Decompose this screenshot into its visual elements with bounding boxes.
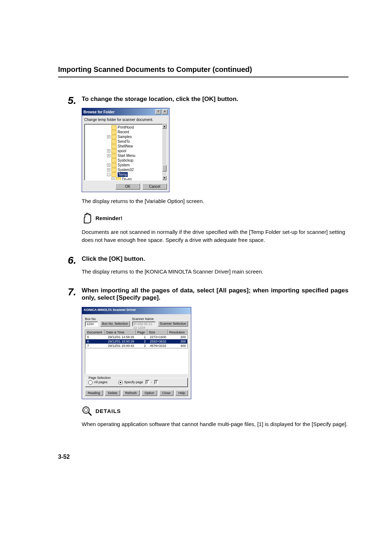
tree-item[interactable]: SendTo xyxy=(85,139,167,144)
tree-item[interactable]: +Start Menu xyxy=(85,153,167,158)
page-header: Importing Scanned Documents to Computer … xyxy=(58,65,348,77)
specify-page-radio[interactable]: Specify page 1- 2 xyxy=(118,380,160,385)
step-number: 7. xyxy=(58,287,82,432)
tree-item-label: spool xyxy=(118,149,126,153)
expand-icon[interactable]: + xyxy=(107,149,110,153)
step-7: 7. When importing all the pages of data,… xyxy=(58,287,348,432)
col-size[interactable]: Size xyxy=(147,330,168,335)
step-text: The display returns to the [KONICA MINOL… xyxy=(82,268,348,276)
expand-icon[interactable]: + xyxy=(107,135,110,138)
collapse-icon[interactable]: - xyxy=(107,173,110,176)
expand-icon[interactable]: + xyxy=(107,163,110,167)
step-title: To change the storage location, click th… xyxy=(82,96,348,103)
tree-item-label: System32 xyxy=(118,167,134,172)
svg-point-0 xyxy=(83,407,89,413)
close-icon[interactable]: × xyxy=(162,109,168,114)
folder-icon xyxy=(111,154,117,158)
folder-icon xyxy=(111,125,117,130)
page-selection-legend: Page Selection xyxy=(87,376,112,380)
scanner-driver-dialog: KONICA MINOLTA Scanner Driver Box No. 12… xyxy=(82,307,191,399)
svg-line-2 xyxy=(89,413,91,416)
tree-item[interactable]: Sysbckup xyxy=(85,158,167,163)
tree-item[interactable]: +System xyxy=(85,163,167,167)
folder-icon xyxy=(111,144,117,149)
tree-item-label: Recent xyxy=(118,130,129,134)
folder-icon xyxy=(111,168,117,172)
col-page[interactable]: Page xyxy=(136,330,147,335)
help-icon[interactable]: ? xyxy=(155,109,161,114)
close-button[interactable]: Close xyxy=(159,390,173,396)
folder-icon xyxy=(111,130,117,134)
dialog-title: KONICA MINOLTA Scanner Driver xyxy=(82,307,191,314)
folder-icon xyxy=(111,139,117,144)
refresh-button[interactable]: Refresh xyxy=(122,390,140,396)
tree-item-label: Sysbckup xyxy=(118,158,133,163)
cancel-button[interactable]: Cancel xyxy=(142,183,167,190)
box-no-input[interactable]: 1234 xyxy=(85,321,98,327)
tree-item-label: ShellNew xyxy=(118,144,133,149)
col-date-time[interactable]: Date & Time xyxy=(105,330,135,335)
option-button[interactable]: Option xyxy=(142,390,157,396)
browse-for-folder-dialog: Browse for Folder ? × Change temp folder… xyxy=(82,108,170,192)
details-label: DETAILS xyxy=(95,408,121,414)
tree-item[interactable]: PrintHood xyxy=(85,125,167,130)
expand-icon[interactable]: + xyxy=(107,168,110,171)
table-row[interactable]: 629/12/01 15:00:2922592×3632200 xyxy=(86,339,188,344)
folder-icon xyxy=(111,158,117,163)
step-5: 5. To change the storage location, click… xyxy=(58,96,348,248)
details-text: When operating application software that… xyxy=(82,420,348,429)
step-6: 6. Click the [OK] button. The display re… xyxy=(58,255,348,280)
scanner-selection-button[interactable]: Scanner Selection xyxy=(158,321,188,327)
tree-item-label: System xyxy=(118,163,130,167)
page-number: 3-52 xyxy=(58,454,348,460)
expand-icon[interactable]: + xyxy=(111,178,115,181)
document-table[interactable]: Document Date & Time Page Size Resolutio… xyxy=(85,329,188,374)
reminder-label: Reminder! xyxy=(95,215,122,221)
ok-button[interactable]: OK xyxy=(115,183,140,190)
dialog-title: Browse for Folder xyxy=(83,110,115,114)
tree-item-label: Start Menu xyxy=(118,153,135,158)
tree-item-label: Temp xyxy=(118,172,128,177)
scrollbar[interactable]: ▲ ▼ xyxy=(162,124,167,180)
details-callout: DETAILS xyxy=(82,406,348,417)
scroll-thumb[interactable] xyxy=(162,165,167,171)
svg-point-1 xyxy=(84,408,88,412)
tree-item[interactable]: +System32 xyxy=(85,167,167,172)
tree-item[interactable]: ShellNew xyxy=(85,144,167,149)
scroll-up-icon[interactable]: ▲ xyxy=(162,124,167,129)
reading-button[interactable]: Reading xyxy=(85,390,103,396)
help-button[interactable]: Help xyxy=(175,390,188,396)
tree-item[interactable]: +Ds-eg xyxy=(85,177,167,181)
tree-item[interactable]: Recent xyxy=(85,130,167,134)
folder-icon xyxy=(111,163,117,167)
box-no-selection-button[interactable]: Box No. Selection xyxy=(100,321,130,327)
reminder-callout: Reminder! xyxy=(82,212,348,224)
specify-to-input[interactable]: 2 xyxy=(154,380,158,384)
folder-icon xyxy=(111,135,117,139)
dialog-message: Change temp folder for scanner document. xyxy=(84,118,167,122)
folder-icon xyxy=(111,149,117,153)
folder-icon xyxy=(116,177,121,181)
folder-tree[interactable]: PrintHoodRecent+SamplesSendToShellNew+sp… xyxy=(84,124,167,181)
step-number: 5. xyxy=(58,96,82,248)
all-pages-radio[interactable]: All pages xyxy=(88,380,107,385)
tree-item[interactable]: -Temp xyxy=(85,172,167,177)
tree-item-label: PrintHood xyxy=(118,125,134,130)
delete-button[interactable]: Delete xyxy=(105,390,120,396)
step-number: 6. xyxy=(58,255,82,280)
table-row[interactable]: 729/12/01 15:00:4224576×3232400 xyxy=(86,344,188,348)
col-resolution[interactable]: Resolution xyxy=(168,330,188,335)
col-document[interactable]: Document xyxy=(86,330,105,335)
tree-item[interactable]: +spool xyxy=(85,149,167,153)
page-selection-group: Page Selection All pages Specify page 1-… xyxy=(85,378,188,387)
tree-item-label: SendTo xyxy=(118,139,130,144)
step-title: Click the [OK] button. xyxy=(82,255,348,263)
scroll-down-icon[interactable]: ▼ xyxy=(162,176,167,180)
expand-icon[interactable]: + xyxy=(107,154,110,157)
table-row[interactable]: 529/12/01 14:58:2512272×1600200 xyxy=(86,335,188,339)
scanner-name-field: IP-432 00 11 22 1334 xyxy=(132,321,156,327)
specify-from-input[interactable]: 1 xyxy=(146,380,150,384)
tree-item[interactable]: +Samples xyxy=(85,134,167,139)
hand-icon xyxy=(82,212,93,224)
magnifier-icon xyxy=(82,406,93,417)
